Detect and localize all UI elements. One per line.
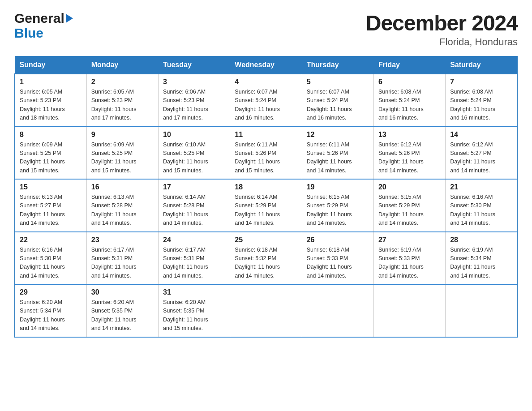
day-of-week-tuesday: Tuesday xyxy=(159,56,230,74)
day-number: 10 xyxy=(163,131,225,139)
day-number: 22 xyxy=(20,236,82,244)
day-number: 11 xyxy=(235,131,297,139)
calendar-cell: 7 Sunrise: 6:08 AMSunset: 5:24 PMDayligh… xyxy=(446,74,517,127)
calendar-cell: 8 Sunrise: 6:09 AMSunset: 5:25 PMDayligh… xyxy=(15,127,86,180)
calendar-cell: 30 Sunrise: 6:20 AMSunset: 5:35 PMDaylig… xyxy=(86,284,158,337)
calendar-cell: 10 Sunrise: 6:10 AMSunset: 5:25 PMDaylig… xyxy=(159,127,230,180)
svg-marker-0 xyxy=(66,14,73,23)
calendar-cell: 18 Sunrise: 6:14 AMSunset: 5:29 PMDaylig… xyxy=(230,179,302,232)
calendar-cell: 1 Sunrise: 6:05 AMSunset: 5:23 PMDayligh… xyxy=(15,74,86,127)
day-info: Sunrise: 6:20 AMSunset: 5:34 PMDaylight:… xyxy=(20,299,65,331)
day-info: Sunrise: 6:14 AMSunset: 5:28 PMDaylight:… xyxy=(163,194,208,226)
day-number: 19 xyxy=(307,183,369,191)
calendar-cell: 3 Sunrise: 6:06 AMSunset: 5:23 PMDayligh… xyxy=(159,74,230,127)
calendar-cell: 29 Sunrise: 6:20 AMSunset: 5:34 PMDaylig… xyxy=(15,284,86,337)
logo-general-text: General xyxy=(14,11,64,26)
day-number: 26 xyxy=(307,236,369,244)
day-info: Sunrise: 6:20 AMSunset: 5:35 PMDaylight:… xyxy=(163,299,208,331)
calendar-cell: 22 Sunrise: 6:16 AMSunset: 5:30 PMDaylig… xyxy=(15,232,86,285)
day-info: Sunrise: 6:07 AMSunset: 5:24 PMDaylight:… xyxy=(307,89,352,121)
calendar-cell: 20 Sunrise: 6:15 AMSunset: 5:29 PMDaylig… xyxy=(373,179,445,232)
calendar-cell: 14 Sunrise: 6:12 AMSunset: 5:27 PMDaylig… xyxy=(446,127,517,180)
day-number: 28 xyxy=(450,236,512,244)
day-info: Sunrise: 6:18 AMSunset: 5:32 PMDaylight:… xyxy=(235,247,280,279)
day-info: Sunrise: 6:19 AMSunset: 5:33 PMDaylight:… xyxy=(378,247,424,279)
calendar-cell: 9 Sunrise: 6:09 AMSunset: 5:25 PMDayligh… xyxy=(86,127,158,180)
day-info: Sunrise: 6:09 AMSunset: 5:25 PMDaylight:… xyxy=(91,141,137,174)
calendar-cell: 6 Sunrise: 6:08 AMSunset: 5:24 PMDayligh… xyxy=(373,74,445,127)
calendar-cell: 19 Sunrise: 6:15 AMSunset: 5:29 PMDaylig… xyxy=(302,179,373,232)
day-number: 27 xyxy=(378,236,441,244)
day-info: Sunrise: 6:05 AMSunset: 5:23 PMDaylight:… xyxy=(91,89,137,121)
day-of-week-wednesday: Wednesday xyxy=(230,56,302,74)
day-number: 16 xyxy=(91,183,154,191)
calendar-week-2: 8 Sunrise: 6:09 AMSunset: 5:25 PMDayligh… xyxy=(15,127,517,180)
calendar-cell: 25 Sunrise: 6:18 AMSunset: 5:32 PMDaylig… xyxy=(230,232,302,285)
day-info: Sunrise: 6:11 AMSunset: 5:26 PMDaylight:… xyxy=(307,141,352,174)
month-title: December 2024 xyxy=(366,11,518,35)
day-info: Sunrise: 6:18 AMSunset: 5:33 PMDaylight:… xyxy=(307,247,352,279)
day-info: Sunrise: 6:12 AMSunset: 5:26 PMDaylight:… xyxy=(378,141,424,174)
calendar-cell: 26 Sunrise: 6:18 AMSunset: 5:33 PMDaylig… xyxy=(302,232,373,285)
calendar-cell xyxy=(230,284,302,337)
calendar-cell: 4 Sunrise: 6:07 AMSunset: 5:24 PMDayligh… xyxy=(230,74,302,127)
calendar-week-1: 1 Sunrise: 6:05 AMSunset: 5:23 PMDayligh… xyxy=(15,74,517,127)
calendar-cell: 28 Sunrise: 6:19 AMSunset: 5:34 PMDaylig… xyxy=(446,232,517,285)
calendar-cell: 2 Sunrise: 6:05 AMSunset: 5:23 PMDayligh… xyxy=(86,74,158,127)
calendar-cell: 12 Sunrise: 6:11 AMSunset: 5:26 PMDaylig… xyxy=(302,127,373,180)
calendar-cell xyxy=(302,284,373,337)
day-of-week-thursday: Thursday xyxy=(302,56,373,74)
day-number: 31 xyxy=(163,288,225,296)
day-of-week-monday: Monday xyxy=(86,56,158,74)
day-number: 6 xyxy=(378,78,441,86)
page-header: General Blue December 2024 Florida, Hond… xyxy=(14,11,518,48)
day-info: Sunrise: 6:14 AMSunset: 5:29 PMDaylight:… xyxy=(235,194,280,226)
day-number: 13 xyxy=(378,131,441,139)
day-number: 14 xyxy=(450,131,512,139)
calendar-cell: 27 Sunrise: 6:19 AMSunset: 5:33 PMDaylig… xyxy=(373,232,445,285)
day-number: 24 xyxy=(163,236,225,244)
day-info: Sunrise: 6:16 AMSunset: 5:30 PMDaylight:… xyxy=(450,194,495,226)
calendar-cell xyxy=(446,284,517,337)
day-number: 5 xyxy=(307,78,369,86)
day-of-week-saturday: Saturday xyxy=(446,56,517,74)
title-block: December 2024 Florida, Honduras xyxy=(366,11,518,48)
day-number: 18 xyxy=(235,183,297,191)
day-number: 7 xyxy=(450,78,512,86)
calendar-table: SundayMondayTuesdayWednesdayThursdayFrid… xyxy=(14,56,518,338)
calendar-cell: 31 Sunrise: 6:20 AMSunset: 5:35 PMDaylig… xyxy=(159,284,230,337)
day-number: 8 xyxy=(20,131,82,139)
day-info: Sunrise: 6:15 AMSunset: 5:29 PMDaylight:… xyxy=(378,194,424,226)
calendar-cell: 23 Sunrise: 6:17 AMSunset: 5:31 PMDaylig… xyxy=(86,232,158,285)
day-number: 29 xyxy=(20,288,82,296)
calendar-header-row: SundayMondayTuesdayWednesdayThursdayFrid… xyxy=(15,56,517,74)
day-number: 9 xyxy=(91,131,154,139)
calendar-cell: 13 Sunrise: 6:12 AMSunset: 5:26 PMDaylig… xyxy=(373,127,445,180)
day-number: 17 xyxy=(163,183,225,191)
day-number: 25 xyxy=(235,236,297,244)
day-info: Sunrise: 6:13 AMSunset: 5:27 PMDaylight:… xyxy=(20,194,65,226)
day-info: Sunrise: 6:08 AMSunset: 5:24 PMDaylight:… xyxy=(378,89,424,121)
calendar-cell: 21 Sunrise: 6:16 AMSunset: 5:30 PMDaylig… xyxy=(446,179,517,232)
day-info: Sunrise: 6:05 AMSunset: 5:23 PMDaylight:… xyxy=(20,89,65,121)
calendar-cell: 16 Sunrise: 6:13 AMSunset: 5:28 PMDaylig… xyxy=(86,179,158,232)
day-info: Sunrise: 6:06 AMSunset: 5:23 PMDaylight:… xyxy=(163,89,208,121)
day-of-week-sunday: Sunday xyxy=(15,56,86,74)
day-number: 21 xyxy=(450,183,512,191)
calendar-cell: 17 Sunrise: 6:14 AMSunset: 5:28 PMDaylig… xyxy=(159,179,230,232)
calendar-cell: 11 Sunrise: 6:11 AMSunset: 5:26 PMDaylig… xyxy=(230,127,302,180)
day-info: Sunrise: 6:17 AMSunset: 5:31 PMDaylight:… xyxy=(91,247,137,279)
day-number: 23 xyxy=(91,236,154,244)
day-info: Sunrise: 6:13 AMSunset: 5:28 PMDaylight:… xyxy=(91,194,137,226)
day-number: 4 xyxy=(235,78,297,86)
day-info: Sunrise: 6:16 AMSunset: 5:30 PMDaylight:… xyxy=(20,247,65,279)
day-number: 20 xyxy=(378,183,441,191)
calendar-cell: 15 Sunrise: 6:13 AMSunset: 5:27 PMDaylig… xyxy=(15,179,86,232)
day-number: 1 xyxy=(20,78,82,86)
calendar-week-5: 29 Sunrise: 6:20 AMSunset: 5:34 PMDaylig… xyxy=(15,284,517,337)
day-info: Sunrise: 6:20 AMSunset: 5:35 PMDaylight:… xyxy=(91,299,137,331)
calendar-cell xyxy=(373,284,445,337)
day-info: Sunrise: 6:17 AMSunset: 5:31 PMDaylight:… xyxy=(163,247,208,279)
logo: General Blue xyxy=(14,11,73,40)
day-info: Sunrise: 6:19 AMSunset: 5:34 PMDaylight:… xyxy=(450,247,495,279)
